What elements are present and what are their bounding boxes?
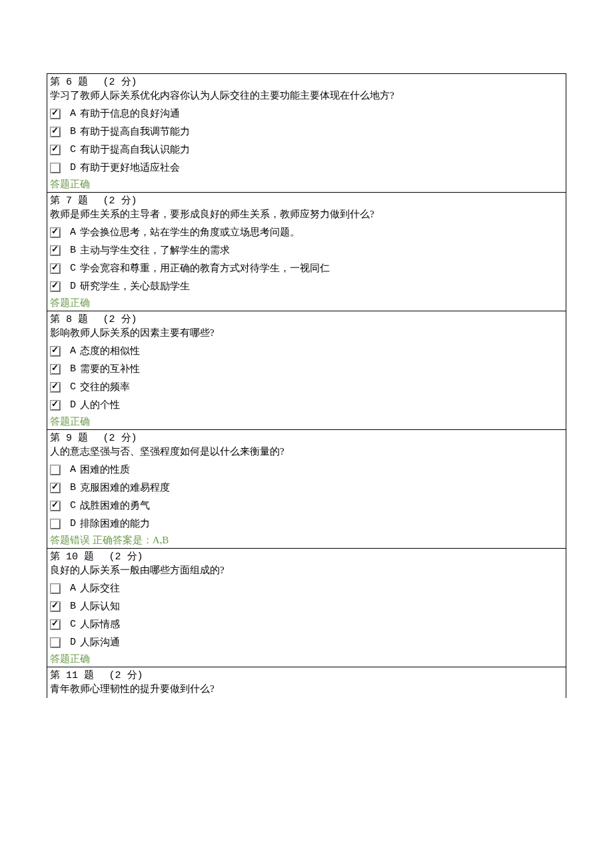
option-checkbox[interactable]: [50, 519, 61, 529]
question-header: 第 10 题 (2 分): [47, 549, 566, 563]
option-row: C交往的频率: [47, 378, 566, 396]
option-text: 学会宽容和尊重，用正确的教育方式对待学生，一视同仁: [80, 262, 330, 275]
option-row: A人际交往: [47, 579, 566, 597]
option-checkbox[interactable]: [50, 245, 61, 256]
option-checkbox[interactable]: [50, 483, 61, 493]
question-header: 第 6 题 (2 分): [47, 74, 566, 88]
option-checkbox[interactable]: [50, 364, 61, 375]
option-text: 有助于提高自我认识能力: [80, 143, 190, 156]
option-text: 排除困难的能力: [80, 517, 150, 530]
question-stem: 良好的人际关系一般由哪些方面组成的?: [47, 563, 566, 579]
option-letter: C: [70, 381, 76, 393]
option-row: B主动与学生交往，了解学生的需求: [47, 241, 566, 259]
option-text: 战胜困难的勇气: [80, 499, 150, 512]
option-row: D有助于更好地适应社会: [47, 159, 566, 177]
question-stem: 人的意志坚强与否、坚强程度如何是以什么来衡量的?: [47, 444, 566, 461]
result-correct: 答题正确: [47, 651, 566, 667]
option-letter: A: [70, 108, 76, 119]
question-stem: 影响教师人际关系的因素主要有哪些?: [47, 325, 566, 342]
option-checkbox[interactable]: [50, 109, 61, 119]
option-text: 有助于提高自我调节能力: [80, 125, 190, 138]
option-text: 有助于信息的良好沟通: [80, 107, 180, 120]
question-number: 第 6 题: [50, 77, 88, 88]
option-row: A有助于信息的良好沟通: [47, 105, 566, 123]
option-checkbox[interactable]: [50, 263, 61, 274]
option-letter: B: [70, 245, 76, 256]
question-points: (2 分): [103, 195, 137, 207]
question-points: (2 分): [109, 670, 143, 681]
question-number: 第 9 题: [50, 433, 88, 444]
option-text: 需要的互补性: [80, 363, 140, 375]
option-text: 人的个性: [80, 399, 120, 411]
option-text: 主动与学生交往，了解学生的需求: [80, 244, 230, 257]
result-correct: 答题正确: [47, 414, 566, 429]
option-checkbox[interactable]: [50, 400, 61, 411]
option-letter: D: [70, 281, 76, 292]
option-checkbox[interactable]: [50, 501, 61, 511]
option-text: 困难的性质: [80, 463, 130, 476]
option-checkbox[interactable]: [50, 637, 61, 648]
option-checkbox[interactable]: [50, 127, 61, 137]
option-letter: A: [70, 227, 76, 238]
question-block: 第 7 题 (2 分)教师是师生关系的主导者，要形成良好的师生关系，教师应努力做…: [47, 192, 566, 311]
result-correct: 答题正确: [47, 295, 566, 311]
option-checkbox[interactable]: [50, 281, 61, 292]
question-block: 第 6 题 (2 分)学习了教师人际关系优化内容你认为人际交往的主要功能主要体现…: [47, 73, 566, 193]
question-stem: 教师是师生关系的主导者，要形成良好的师生关系，教师应努力做到什么?: [47, 207, 566, 223]
option-text: 学会换位思考，站在学生的角度或立场思考问题。: [80, 226, 300, 239]
option-letter: D: [70, 399, 76, 411]
question-points: (2 分): [109, 551, 143, 563]
question-stem: 学习了教师人际关系优化内容你认为人际交往的主要功能主要体现在什么地方?: [47, 88, 566, 105]
option-letter: D: [70, 518, 76, 529]
option-letter: D: [70, 162, 76, 173]
result-correct: 答题正确: [47, 177, 566, 192]
option-letter: B: [70, 601, 76, 612]
option-row: B人际认知: [47, 597, 566, 615]
option-row: B克服困难的难易程度: [47, 479, 566, 497]
spacer: [88, 432, 103, 443]
option-row: D研究学生，关心鼓励学生: [47, 277, 566, 295]
option-text: 克服困难的难易程度: [80, 481, 170, 494]
option-text: 人际认知: [80, 600, 120, 613]
question-header: 第 8 题 (2 分): [47, 311, 566, 325]
option-checkbox[interactable]: [50, 601, 61, 612]
spacer: [88, 313, 103, 324]
option-checkbox[interactable]: [50, 619, 61, 630]
question-block: 第 8 题 (2 分)影响教师人际关系的因素主要有哪些?A态度的相似性B需要的互…: [47, 311, 566, 430]
result-wrong-prefix: 答题错误 正确答案是：: [50, 535, 153, 545]
option-row: A学会换位思考，站在学生的角度或立场思考问题。: [47, 223, 566, 241]
option-row: C人际情感: [47, 615, 566, 633]
option-row: C学会宽容和尊重，用正确的教育方式对待学生，一视同仁: [47, 259, 566, 277]
option-letter: D: [70, 637, 76, 648]
question-points: (2 分): [103, 314, 137, 325]
option-checkbox[interactable]: [50, 227, 61, 238]
option-row: D排除困难的能力: [47, 515, 566, 533]
option-letter: C: [70, 144, 76, 155]
option-row: D人际沟通: [47, 633, 566, 651]
option-text: 态度的相似性: [80, 345, 140, 357]
question-number: 第 7 题: [50, 195, 88, 207]
option-row: A态度的相似性: [47, 342, 566, 360]
option-checkbox[interactable]: [50, 145, 61, 155]
option-letter: C: [70, 263, 76, 274]
spacer: [88, 76, 103, 87]
option-text: 交往的频率: [80, 381, 130, 393]
question-header: 第 7 题 (2 分): [47, 193, 566, 207]
result-wrong: 答题错误 正确答案是：A,B: [47, 533, 566, 548]
option-letter: C: [70, 619, 76, 630]
option-text: 有助于更好地适应社会: [80, 161, 180, 174]
option-text: 人际沟通: [80, 636, 120, 649]
option-row: B需要的互补性: [47, 360, 566, 378]
question-stem: 青年教师心理韧性的提升要做到什么?: [47, 681, 566, 698]
question-block: 第 10 题 (2 分)良好的人际关系一般由哪些方面组成的?A人际交往B人际认知…: [47, 548, 566, 667]
option-checkbox[interactable]: [50, 382, 61, 393]
option-checkbox[interactable]: [50, 346, 61, 357]
option-text: 人际交往: [80, 582, 120, 595]
option-checkbox[interactable]: [50, 465, 61, 475]
option-row: C战胜困难的勇气: [47, 497, 566, 515]
spacer: [88, 195, 103, 205]
option-checkbox[interactable]: [50, 163, 61, 173]
option-checkbox[interactable]: [50, 583, 61, 594]
option-row: D人的个性: [47, 396, 566, 414]
question-block: 第 9 题 (2 分)人的意志坚强与否、坚强程度如何是以什么来衡量的?A困难的性…: [47, 429, 566, 549]
